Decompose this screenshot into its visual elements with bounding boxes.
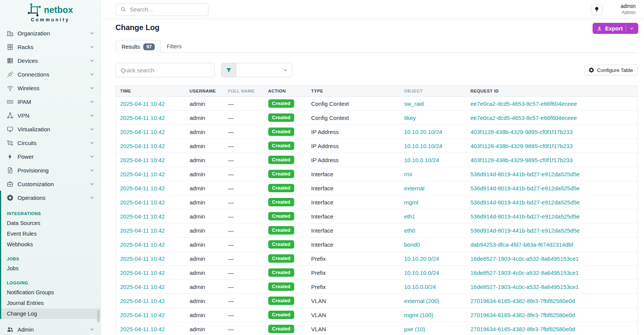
request-id-link[interactable]: ee7e0ca2-dcd5-4653-8c57-e66f604eceee (471, 100, 577, 107)
sidebar-item-provisioning[interactable]: Provisioning (0, 163, 101, 177)
filter-funnel-button[interactable] (221, 63, 236, 77)
request-id-link[interactable]: 16de8527-1903-4c0c-a532-8a6495153ce1 (471, 270, 579, 276)
sidebar-item-admin[interactable]: Admin (0, 322, 101, 335)
time-link[interactable]: 2025-04-11 10:42 (120, 157, 165, 163)
time-link[interactable]: 2025-04-11 10:42 (120, 185, 165, 191)
sidebar-item-racks[interactable]: Racks (0, 40, 101, 54)
user-menu[interactable]: admin Admin (621, 3, 636, 15)
full-name-cell-cell: — (224, 153, 264, 167)
time-link[interactable]: 2025-04-11 10:42 (120, 298, 165, 304)
theme-toggle-button[interactable] (591, 4, 602, 15)
object-link[interactable]: itkey (404, 115, 416, 121)
time-link[interactable]: 2025-04-11 10:42 (120, 227, 165, 234)
sidebar-scrollbar-thumb[interactable] (97, 310, 99, 322)
object-link[interactable]: 10.10.0.0/24 (404, 284, 436, 290)
column-header-time[interactable]: TIME (116, 86, 186, 97)
sidebar-item-operations[interactable]: Operations (1, 191, 101, 204)
type-cell-cell: Interface (307, 181, 400, 195)
object-link[interactable]: mgmt (404, 199, 419, 206)
request-id-link[interactable]: ee7e0ca2-dcd5-4653-8c57-e66f604eceee (471, 115, 577, 121)
object-link[interactable]: sw_raid (404, 100, 424, 107)
request-id-link[interactable]: 536d914d-8019-441b-bd27-e912da525d5e (471, 227, 580, 234)
created-badge: Created (268, 212, 294, 220)
request-id-link[interactable]: 536d914d-8019-441b-bd27-e912da525d5e (471, 213, 580, 220)
time-link[interactable]: 2025-04-11 10:42 (120, 255, 165, 262)
column-header-full-name[interactable]: FULL NAME (224, 86, 264, 97)
global-search-input[interactable] (130, 6, 203, 13)
building-icon (7, 30, 13, 37)
object-link[interactable]: 10.10.20.10/24 (404, 129, 442, 135)
time-link[interactable]: 2025-04-11 10:42 (120, 129, 165, 135)
time-link[interactable]: 2025-04-11 10:42 (120, 115, 165, 121)
column-header-request-id[interactable]: REQUEST ID (466, 86, 638, 97)
sidebar-item-vpn[interactable]: VPN (0, 108, 101, 122)
sidebar-item-ipam[interactable]: IPAM (0, 95, 101, 108)
object-link[interactable]: 10.10.0.10/24 (404, 157, 439, 163)
table-row: 2025-04-11 10:42admin—CreatedConfig Cont… (116, 111, 638, 125)
object-link[interactable]: rmi (404, 171, 412, 177)
export-button[interactable]: Export (593, 23, 638, 34)
request-id-link[interactable]: 403f1128-438b-4329-9895-cf0f1f17b233 (471, 157, 573, 163)
request-id-link[interactable]: 403f1128-438b-4329-9895-cf0f1f17b233 (471, 129, 573, 135)
sidebar-item-organization[interactable]: Organization (0, 26, 101, 40)
object-link[interactable]: 10.10.10.10/24 (404, 143, 442, 149)
quick-search-input[interactable] (115, 63, 215, 77)
sidebar-item-jobs[interactable]: Jobs (1, 263, 101, 274)
time-link[interactable]: 2025-04-11 10:42 (120, 213, 165, 220)
username-cell-cell: admin (186, 139, 224, 153)
time-link[interactable]: 2025-04-11 10:42 (120, 100, 165, 107)
request-id-link[interactable]: dab94253-dfca-4fd7-b83a-f674d2314dbf (471, 241, 573, 248)
request-id-link[interactable]: 27019634-6165-4382-8fe3-7fbf82580e0d (471, 298, 575, 304)
object-link[interactable]: bond0 (404, 241, 420, 248)
request-id-link[interactable]: 16de8527-1903-4c0c-a532-8a6495153ce1 (471, 255, 579, 262)
filter-field-select[interactable] (236, 63, 292, 77)
configure-table-button[interactable]: Configure Table (584, 65, 638, 75)
sidebar-item-virtualization[interactable]: Virtualization (0, 122, 101, 136)
time-link[interactable]: 2025-04-11 10:42 (120, 284, 165, 290)
request-id-link[interactable]: 27019634-6165-4382-8fe3-7fbf82580e0d (471, 326, 575, 332)
global-search[interactable] (115, 3, 208, 16)
sidebar-item-devices[interactable]: Devices (0, 54, 101, 67)
sidebar-item-journal-entries[interactable]: Journal Entries (1, 298, 101, 308)
object-link[interactable]: mgmt (100) (404, 312, 434, 318)
time-link[interactable]: 2025-04-11 10:42 (120, 326, 165, 332)
column-header-action[interactable]: ACTION (264, 86, 307, 97)
notifications-bell-icon[interactable] (608, 6, 615, 13)
object-link[interactable]: external (200) (404, 298, 440, 304)
time-link[interactable]: 2025-04-11 10:42 (120, 312, 165, 318)
column-header-type[interactable]: TYPE (307, 86, 400, 97)
request-id-link[interactable]: 536d914d-8019-441b-bd27-e912da525d5e (471, 171, 580, 177)
time-link[interactable]: 2025-04-11 10:42 (120, 270, 165, 276)
sidebar-item-change-log[interactable]: Change Log (1, 308, 101, 319)
sidebar-item-data-sources[interactable]: Data Sources (1, 218, 101, 228)
request-id-link[interactable]: 16de8527-1903-4c0c-a532-8a6495153ce1 (471, 284, 579, 290)
object-link[interactable]: 10.10.10.0/24 (404, 270, 439, 276)
time-link[interactable]: 2025-04-11 10:42 (120, 199, 165, 206)
column-header-username[interactable]: USERNAME (186, 86, 224, 97)
object-link[interactable]: pxe (10) (404, 326, 425, 332)
sidebar-item-circuits[interactable]: Circuits (0, 136, 101, 150)
tab-filters[interactable]: Filters (161, 40, 187, 53)
sidebar-item-connections[interactable]: Connections (0, 67, 101, 81)
object-link[interactable]: eth1 (404, 213, 415, 220)
request-id-link[interactable]: 403f1128-438b-4329-9895-cf0f1f17b233 (471, 143, 573, 149)
sidebar-item-notification-groups[interactable]: Notification Groups (1, 287, 101, 298)
request-id-link[interactable]: 536d914d-8019-441b-bd27-e912da525d5e (471, 199, 580, 206)
sidebar-item-customization[interactable]: Customization (0, 177, 101, 191)
type-cell-cell: VLAN (307, 294, 400, 308)
object-link[interactable]: 10.10.20.0/24 (404, 255, 439, 262)
time-link[interactable]: 2025-04-11 10:42 (120, 143, 165, 149)
request-id-link[interactable]: 27019634-6165-4382-8fe3-7fbf82580e0d (471, 312, 575, 318)
object-link[interactable]: external (404, 185, 425, 191)
time-link[interactable]: 2025-04-11 10:42 (120, 241, 165, 248)
sidebar-item-wireless[interactable]: Wireless (0, 81, 101, 95)
column-header-object[interactable]: OBJECT (400, 86, 466, 97)
object-link[interactable]: eth0 (404, 227, 415, 234)
sidebar-item-power[interactable]: Power (0, 150, 101, 163)
tab-results[interactable]: Results 97 (115, 40, 161, 53)
sidebar-item-event-rules[interactable]: Event Rules (1, 228, 101, 239)
request-id-link[interactable]: 536d914d-8019-441b-bd27-e912da525d5e (471, 185, 580, 191)
sidebar-item-webhooks[interactable]: Webhooks (1, 239, 101, 250)
object-link-cell: pxe (10) (400, 322, 466, 335)
time-link[interactable]: 2025-04-11 10:42 (120, 171, 165, 177)
